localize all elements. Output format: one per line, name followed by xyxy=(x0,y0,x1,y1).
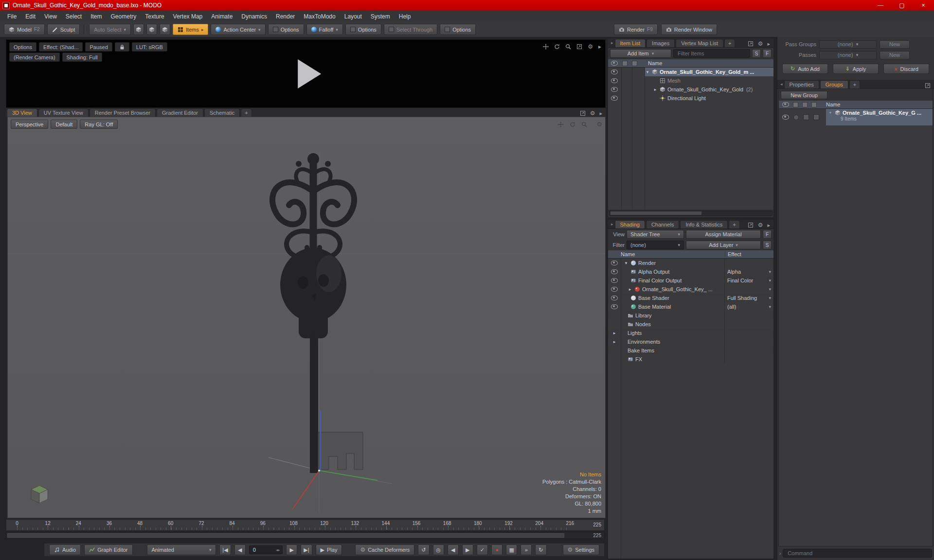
items-mode-button[interactable]: Items ▸ xyxy=(173,24,208,35)
checkbox[interactable] xyxy=(803,114,809,120)
action-center-options-button[interactable]: Options xyxy=(268,24,304,35)
command-field[interactable] xyxy=(783,549,932,558)
pivot-icon-button[interactable]: ◎ xyxy=(433,544,444,555)
settings-button[interactable]: ⚙ Settings xyxy=(563,544,600,555)
polygons-mode-button[interactable] xyxy=(160,24,170,35)
3d-scene[interactable] xyxy=(8,117,605,518)
select-column-icon[interactable] xyxy=(793,102,798,107)
select-through-button[interactable]: Select Through xyxy=(384,24,437,35)
table-row[interactable]: Base Material (all) ▾ xyxy=(608,302,773,311)
scope-button[interactable]: S xyxy=(763,241,772,249)
more-icon[interactable]: ▸ xyxy=(598,43,601,50)
gear-icon[interactable]: ⚙ xyxy=(590,110,595,117)
play-overlay-icon[interactable] xyxy=(298,59,321,88)
collapse-arrow-icon[interactable]: ▾ xyxy=(645,70,650,74)
more-icon[interactable]: ▸ xyxy=(767,41,770,47)
table-row[interactable]: ▾ Render xyxy=(608,259,773,267)
discard-button[interactable]: × Discard xyxy=(883,64,929,74)
step-forward-button[interactable]: » xyxy=(521,544,532,555)
effect-cell[interactable]: Full Shading ▾ xyxy=(725,294,773,302)
tab-render-preset-browser[interactable]: Render Preset Browser xyxy=(90,108,156,117)
shading-default-dropdown[interactable]: Default xyxy=(51,120,77,129)
visibility-toggle[interactable] xyxy=(611,304,618,309)
anim-layers-button[interactable]: ▦ xyxy=(506,544,517,555)
lights-row[interactable]: Lights xyxy=(621,329,725,337)
zoom-icon[interactable] xyxy=(581,122,587,127)
table-row[interactable]: ▸ Ornate_Skull_Gothic_Key_Gold (2) xyxy=(608,85,773,94)
cache-deformers-button[interactable]: ⚙ Cache Deformers xyxy=(355,544,414,555)
rotate-icon[interactable] xyxy=(570,122,575,127)
close-button[interactable]: × xyxy=(913,0,934,11)
effect-cell[interactable]: Final Color ▾ xyxy=(725,276,773,285)
filter-button[interactable]: F xyxy=(763,230,772,239)
table-row[interactable]: Directional Light xyxy=(608,94,773,103)
apply-button[interactable]: ⇓ Apply xyxy=(833,64,879,74)
light-item-row[interactable]: Directional Light xyxy=(645,94,773,103)
tab-shading[interactable]: Shading xyxy=(615,220,645,228)
model-mode-button[interactable]: Model F2 xyxy=(4,24,45,35)
mesh-item-row[interactable]: Mesh xyxy=(645,76,773,85)
material-group-row[interactable]: ▸ Ornate_Skull_Gothic_Key_ ... xyxy=(621,285,725,294)
ray-gl-button[interactable]: Ray GL: Off xyxy=(80,120,118,129)
timeline-ruler[interactable]: 0 12 24 36 48 60 72 84 96 108 120 132 14… xyxy=(6,519,605,531)
visibility-toggle[interactable] xyxy=(611,70,618,74)
environments-row[interactable]: Environments xyxy=(621,337,725,346)
add-tab-button[interactable]: + xyxy=(724,39,735,47)
next-frame-button[interactable]: ▶ xyxy=(286,544,297,555)
maximize-button[interactable]: ▢ xyxy=(891,0,913,11)
menu-maxtomodo[interactable]: MaxToModo xyxy=(299,13,340,20)
visibility-toggle[interactable] xyxy=(611,287,618,292)
library-row[interactable]: Library xyxy=(621,311,725,320)
visibility-toggle[interactable] xyxy=(782,115,789,120)
effect-column-header[interactable]: Effect xyxy=(725,251,773,257)
tab-item-list[interactable]: Item List xyxy=(615,39,646,47)
visibility-column-icon[interactable] xyxy=(611,61,618,66)
collapse-arrow-icon[interactable]: ▾ xyxy=(624,261,629,265)
audio-button[interactable]: Audio xyxy=(49,544,81,555)
visibility-toggle[interactable] xyxy=(611,96,618,101)
filter-items-field[interactable] xyxy=(673,49,750,58)
visibility-toggle[interactable] xyxy=(611,261,618,265)
preview-shading-button[interactable]: Shading: Full xyxy=(62,52,102,62)
bake-items-row[interactable]: Bake Items xyxy=(621,346,725,355)
gear-icon[interactable]: ⚙ xyxy=(758,222,763,228)
assign-material-button[interactable]: Assign Material xyxy=(686,230,761,239)
item-tree[interactable]: ▾ Ornate_Skull_Gothic_Key_Gold_m ... Mes… xyxy=(608,68,773,210)
effect-cell[interactable]: Alpha ▾ xyxy=(725,267,773,276)
add-layer-dropdown[interactable]: Add Layer ▾ xyxy=(686,241,761,249)
tab-channels[interactable]: Channels xyxy=(646,220,679,228)
play-button[interactable]: ▶ Play xyxy=(316,544,342,555)
mesh-instance-row[interactable]: ▸ Ornate_Skull_Gothic_Key_Gold (2) xyxy=(645,85,773,94)
auto-select-dropdown[interactable]: Auto Select ▾ xyxy=(89,24,131,35)
menu-texture[interactable]: Texture xyxy=(141,13,168,20)
fx-row[interactable]: FX xyxy=(621,355,725,364)
table-row[interactable]: Nodes xyxy=(608,320,773,329)
falloff-dropdown[interactable]: Falloff ▾ xyxy=(306,24,343,35)
previous-key-button[interactable]: ◀ xyxy=(448,544,459,555)
menu-file[interactable]: File xyxy=(3,13,21,20)
table-row[interactable]: ▾ Ornate_Skull_Gothic_Key_Gold_m ... xyxy=(608,68,773,76)
select-toggle[interactable] xyxy=(793,115,799,120)
render-row[interactable]: ▾ Render xyxy=(621,259,725,267)
table-row[interactable]: ▸ Ornate_Skull_Gothic_Key_ ... ▾ xyxy=(608,285,773,294)
table-row[interactable]: ▸ Environments xyxy=(608,337,773,346)
command-input[interactable] xyxy=(787,550,928,557)
pan-icon[interactable] xyxy=(543,44,549,50)
scope-button[interactable]: S xyxy=(752,49,761,58)
expand-icon[interactable] xyxy=(576,44,582,50)
preview-camera-button[interactable]: (Render Camera) xyxy=(9,52,60,62)
menu-select[interactable]: Select xyxy=(61,13,86,20)
new-pass-group-button[interactable]: New xyxy=(880,40,910,49)
scrollbar-thumb[interactable] xyxy=(611,211,701,215)
menu-layout[interactable]: Layout xyxy=(340,13,366,20)
preview-lock-button[interactable] xyxy=(115,42,129,52)
pan-icon[interactable] xyxy=(558,122,564,127)
table-row[interactable]: + Ornate_Skull_Gothic_Key_G ... 9 Items xyxy=(779,109,933,125)
go-to-start-button[interactable]: |◀ xyxy=(219,544,231,555)
menu-dynamics[interactable]: Dynamics xyxy=(237,13,271,20)
timeline-range-bar[interactable]: 225 xyxy=(6,532,605,539)
expand-arrow-icon[interactable]: ▸ xyxy=(628,287,632,292)
minimize-button[interactable]: — xyxy=(870,0,891,11)
viewport-3d[interactable]: Perspective Default Ray GL: Off ⚙ No Ite… xyxy=(7,117,606,518)
more-icon[interactable]: ▸ xyxy=(599,110,602,117)
